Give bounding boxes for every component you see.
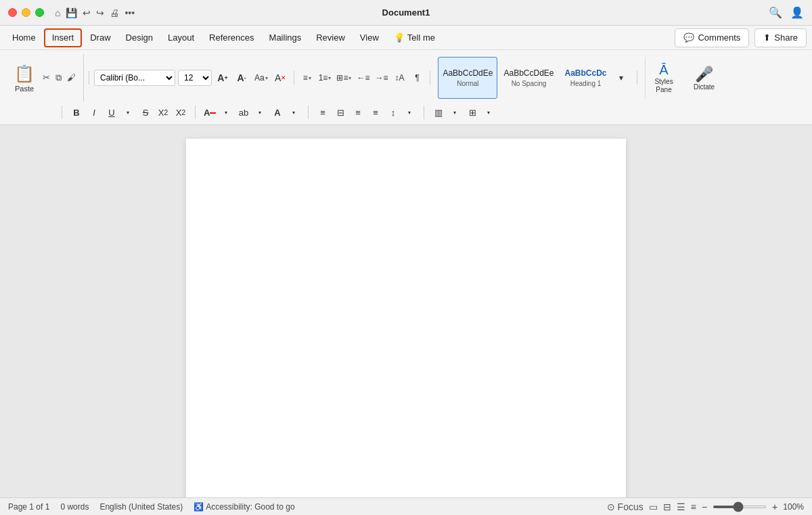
- redo-icon[interactable]: ↪: [96, 7, 104, 18]
- text-bg-color-button[interactable]: A: [269, 104, 286, 120]
- underline-button[interactable]: U: [104, 104, 120, 120]
- shading-dropdown[interactable]: ▾: [447, 104, 463, 120]
- style-normal-preview: AaBbCcDdEe: [443, 68, 493, 78]
- menu-bar: Home Insert Draw Design Layout Reference…: [0, 26, 812, 50]
- text-bg-color-group: A ▾: [269, 104, 302, 120]
- menu-home[interactable]: Home: [5, 28, 43, 47]
- styles-pane-button[interactable]: Ā StylesPane: [645, 57, 683, 99]
- zoom-in-icon[interactable]: +: [772, 501, 777, 512]
- highlight-dropdown[interactable]: ▾: [252, 104, 268, 120]
- justify-button[interactable]: ≡: [367, 104, 384, 120]
- styles-area: AaBbCcDdEe Normal AaBbCcDdEe No Spacing …: [435, 57, 631, 99]
- menu-view[interactable]: View: [353, 28, 386, 47]
- clear-formatting-button[interactable]: A✕: [273, 70, 289, 86]
- style-heading1-label: Heading 1: [570, 80, 602, 87]
- menu-references[interactable]: References: [202, 28, 261, 47]
- menu-design[interactable]: Design: [119, 28, 160, 47]
- highlight-button[interactable]: ab: [235, 104, 252, 120]
- line-spacing-dropdown[interactable]: ▾: [401, 104, 418, 120]
- minimize-button[interactable]: [22, 8, 30, 17]
- accessibility-icon: ♿: [194, 502, 204, 512]
- separator8: [424, 106, 424, 119]
- superscript-button[interactable]: X2: [173, 104, 189, 120]
- borders-button[interactable]: ⊞: [464, 104, 480, 120]
- shading-button[interactable]: ▥: [430, 104, 447, 120]
- menu-draw[interactable]: Draw: [83, 28, 117, 47]
- font-size-decrease-button[interactable]: A-: [233, 70, 250, 86]
- zoom-out-icon[interactable]: −: [702, 501, 707, 512]
- profile-icon[interactable]: 👤: [790, 6, 804, 19]
- shading-group: ▥ ▾ ⊞ ▾: [428, 104, 499, 120]
- comments-button[interactable]: 💬 Comments: [675, 28, 749, 47]
- list-controls: ≡▾ 1≡▾ ⊞≡▾ ←≡ →≡ ↕A ¶: [299, 70, 426, 86]
- zoom-level[interactable]: 100%: [783, 502, 804, 512]
- undo-icon[interactable]: ↩: [83, 7, 91, 18]
- decrease-indent-button[interactable]: ←≡: [355, 70, 371, 86]
- close-button[interactable]: [8, 8, 17, 17]
- align-right-button[interactable]: ≡: [350, 104, 366, 120]
- text-bg-color-dropdown[interactable]: ▾: [286, 104, 302, 120]
- font-color-button[interactable]: A: [202, 104, 218, 120]
- borders-dropdown[interactable]: ▾: [480, 104, 497, 120]
- dictate-button[interactable]: 🎤 Dictate: [685, 57, 723, 99]
- text-color-group: A ▾ ab ▾ A ▾: [199, 104, 304, 120]
- dictate-label: Dictate: [694, 83, 715, 91]
- numbering-button[interactable]: 1≡▾: [317, 70, 334, 86]
- menu-insert[interactable]: Insert: [44, 28, 83, 47]
- status-bar-right: ⊙ Focus ▭ ⊟ ☰ ≡ − + 100%: [607, 501, 804, 512]
- separator: [89, 71, 89, 85]
- italic-button[interactable]: I: [86, 104, 102, 120]
- print-icon[interactable]: 🖨: [110, 7, 119, 18]
- show-hide-button[interactable]: ¶: [409, 70, 425, 86]
- style-no-spacing-preview: AaBbCcDdEe: [503, 68, 554, 78]
- align-center-button[interactable]: ⊟: [332, 104, 348, 120]
- maximize-button[interactable]: [35, 8, 44, 17]
- menu-tell-me[interactable]: 💡 Tell me: [387, 28, 442, 47]
- zoom-slider[interactable]: [713, 506, 767, 508]
- styles-more-button[interactable]: ▾: [613, 70, 629, 86]
- bold-button[interactable]: B: [68, 104, 85, 120]
- styles-pane-label: StylesPane: [654, 78, 673, 94]
- document-title: Document1: [382, 7, 430, 18]
- word-count: 0 words: [60, 502, 89, 512]
- accessibility-status[interactable]: ♿ Accessibility: Good to go: [194, 502, 294, 512]
- paste-icon: 📋: [14, 63, 35, 85]
- comment-icon: 💬: [683, 32, 694, 43]
- share-button[interactable]: ⬆ Share: [754, 28, 807, 47]
- increase-indent-button[interactable]: →≡: [373, 70, 390, 86]
- underline-dropdown[interactable]: ▾: [120, 104, 136, 120]
- copy-icon[interactable]: ⧉: [53, 72, 64, 84]
- style-heading1[interactable]: AaBbCcDc Heading 1: [560, 57, 612, 99]
- menu-review[interactable]: Review: [309, 28, 352, 47]
- style-no-spacing[interactable]: AaBbCcDdEe No Spacing: [499, 57, 558, 99]
- format-painter-icon[interactable]: 🖌: [65, 72, 78, 84]
- home-icon[interactable]: ⌂: [55, 7, 60, 18]
- paste-button[interactable]: 📋 Paste: [9, 62, 39, 94]
- font-color-dropdown[interactable]: ▾: [218, 104, 234, 120]
- strikethrough-button[interactable]: S: [137, 104, 154, 120]
- view-read-icon[interactable]: ≡: [691, 501, 696, 512]
- view-web-icon[interactable]: ⊟: [663, 501, 671, 512]
- document-page[interactable]: [186, 139, 626, 497]
- align-left-button[interactable]: ≡: [315, 104, 331, 120]
- style-normal[interactable]: AaBbCcDdEe Normal: [438, 57, 497, 99]
- multilevel-list-button[interactable]: ⊞≡▾: [334, 70, 353, 86]
- highlight-color-group: ab ▾: [235, 104, 268, 120]
- view-outline-icon[interactable]: ☰: [677, 501, 685, 512]
- cut-icon[interactable]: ✂: [41, 72, 52, 84]
- font-size-select[interactable]: 12 8 9 10 11 12 14 16 18 20 24 28 36 48 …: [178, 70, 212, 86]
- font-size-increase-button[interactable]: A+: [215, 70, 231, 86]
- more-icon[interactable]: •••: [125, 7, 135, 18]
- sort-button[interactable]: ↕A: [391, 70, 407, 86]
- menu-layout[interactable]: Layout: [161, 28, 201, 47]
- font-family-select[interactable]: Calibri (Bo...: [94, 70, 175, 86]
- menu-mailings[interactable]: Mailings: [263, 28, 309, 47]
- focus-icon[interactable]: ⊙ Focus: [607, 501, 644, 512]
- line-spacing-button[interactable]: ↕: [385, 104, 401, 120]
- subscript-button[interactable]: X2: [155, 104, 171, 120]
- bullets-button[interactable]: ≡▾: [299, 70, 315, 86]
- view-print-icon[interactable]: ▭: [649, 501, 658, 512]
- change-case-button[interactable]: Aa▾: [252, 70, 270, 86]
- save-icon[interactable]: 💾: [66, 7, 77, 18]
- search-icon[interactable]: 🔍: [769, 6, 782, 19]
